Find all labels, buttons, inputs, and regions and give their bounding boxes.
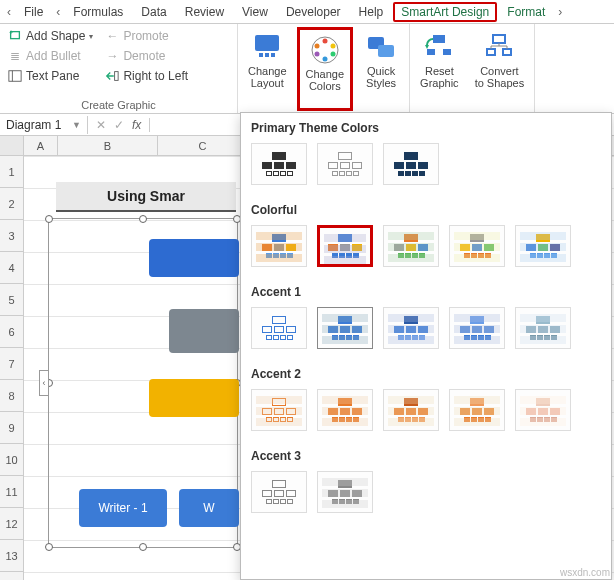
- row-header[interactable]: 13: [0, 540, 24, 572]
- color-option-colorful-1[interactable]: [251, 225, 307, 267]
- color-option-accent1-2[interactable]: [317, 307, 373, 349]
- resize-handle[interactable]: [139, 215, 147, 223]
- tab-file[interactable]: File: [16, 2, 51, 22]
- convert-to-shapes-icon: [483, 31, 515, 63]
- fx-icon[interactable]: fx: [132, 118, 141, 132]
- row-header[interactable]: 7: [0, 348, 24, 380]
- svg-rect-8: [271, 53, 275, 57]
- right-to-left-button[interactable]: Right to Left: [101, 67, 192, 85]
- chevron-down-icon[interactable]: ▼: [72, 120, 81, 130]
- section-colorful: Colorful: [241, 195, 611, 221]
- text-pane-expander[interactable]: ‹: [39, 370, 49, 396]
- color-option-accent1-1[interactable]: [251, 307, 307, 349]
- color-option-accent2-1[interactable]: [251, 389, 307, 431]
- row-header[interactable]: 12: [0, 508, 24, 540]
- color-option-accent1-3[interactable]: [383, 307, 439, 349]
- svg-rect-23: [487, 49, 495, 55]
- color-option-colorful-3[interactable]: [383, 225, 439, 267]
- resize-handle[interactable]: [139, 543, 147, 551]
- row-header[interactable]: 11: [0, 476, 24, 508]
- add-shape-button[interactable]: + Add Shape ▾: [4, 27, 97, 45]
- add-bullet-icon: ≣: [8, 49, 22, 63]
- col-header-a[interactable]: A: [24, 136, 58, 155]
- group-layouts: Change Layout Change Colors Quick Styles: [238, 24, 410, 113]
- demote-icon: →: [105, 49, 119, 63]
- row-header[interactable]: 6: [0, 316, 24, 348]
- svg-point-13: [322, 57, 327, 62]
- ribbon-tabs: ‹ File ‹ Formulas Data Review View Devel…: [0, 0, 614, 24]
- color-option-colorful-4[interactable]: [449, 225, 505, 267]
- smartart-node-writer2[interactable]: W: [179, 489, 239, 527]
- text-pane-label: Text Pane: [26, 69, 79, 83]
- tab-view[interactable]: View: [234, 2, 276, 22]
- color-option-primary-1[interactable]: [251, 143, 307, 185]
- tab-formulas[interactable]: Formulas: [65, 2, 131, 22]
- add-shape-label: Add Shape: [26, 29, 85, 43]
- row-header[interactable]: 8: [0, 380, 24, 412]
- svg-text:+: +: [9, 29, 13, 36]
- text-pane-button[interactable]: Text Pane: [4, 67, 97, 85]
- col-header-b[interactable]: B: [58, 136, 158, 155]
- smartart-node[interactable]: [169, 309, 239, 353]
- tabs-scroll-right[interactable]: ›: [555, 5, 565, 19]
- svg-rect-5: [255, 35, 279, 51]
- row-header[interactable]: 3: [0, 220, 24, 252]
- formula-buttons: ✕ ✓ fx: [88, 118, 150, 132]
- color-option-accent1-5[interactable]: [515, 307, 571, 349]
- cancel-icon: ✕: [96, 118, 106, 132]
- color-option-accent2-2[interactable]: [317, 389, 373, 431]
- reset-graphic-button[interactable]: Reset Graphic: [414, 27, 465, 111]
- color-option-accent2-3[interactable]: [383, 389, 439, 431]
- group-reset: Reset Graphic Convert to Shapes: [410, 24, 535, 113]
- change-layout-icon: [251, 31, 283, 63]
- color-option-primary-2[interactable]: [317, 143, 373, 185]
- tab-format[interactable]: Format: [499, 2, 553, 22]
- color-option-accent2-4[interactable]: [449, 389, 505, 431]
- color-option-colorful-2[interactable]: [317, 225, 373, 267]
- tab-smartart-design[interactable]: SmartArt Design: [393, 2, 497, 22]
- tab-help[interactable]: Help: [351, 2, 392, 22]
- color-option-accent2-5[interactable]: [515, 389, 571, 431]
- quick-styles-icon: [365, 31, 397, 63]
- row-header[interactable]: 5: [0, 284, 24, 316]
- demote-label: Demote: [123, 49, 165, 63]
- change-colors-button[interactable]: Change Colors: [297, 27, 354, 111]
- convert-to-shapes-button[interactable]: Convert to Shapes: [469, 27, 531, 111]
- svg-rect-2: [9, 71, 21, 82]
- color-option-accent3-1[interactable]: [251, 471, 307, 513]
- smartart-node[interactable]: [149, 239, 239, 277]
- tab-review[interactable]: Review: [177, 2, 232, 22]
- quick-styles-button[interactable]: Quick Styles: [357, 27, 405, 111]
- change-colors-label: Change Colors: [306, 68, 345, 92]
- tabs-scroll-left-2[interactable]: ‹: [53, 5, 63, 19]
- add-bullet-button: ≣ Add Bullet: [4, 47, 97, 65]
- promote-button: ← Promote: [101, 27, 192, 45]
- col-header-c[interactable]: C: [158, 136, 248, 155]
- row-header[interactable]: 4: [0, 252, 24, 284]
- tabs-scroll-left[interactable]: ‹: [4, 5, 14, 19]
- name-box-value: Diagram 1: [6, 118, 61, 132]
- select-all-corner[interactable]: [0, 136, 24, 155]
- right-to-left-icon: [105, 69, 119, 83]
- resize-handle[interactable]: [45, 215, 53, 223]
- resize-handle[interactable]: [45, 543, 53, 551]
- row-header[interactable]: 14: [0, 572, 24, 580]
- color-option-accent1-4[interactable]: [449, 307, 505, 349]
- smartart-object[interactable]: ‹ Writer - 1 W: [48, 218, 238, 548]
- row-header[interactable]: 10: [0, 444, 24, 476]
- change-layout-button[interactable]: Change Layout: [242, 27, 293, 111]
- tab-data[interactable]: Data: [133, 2, 174, 22]
- smartart-node-writer1[interactable]: Writer - 1: [79, 489, 167, 527]
- section-primary-theme: Primary Theme Colors: [241, 113, 611, 139]
- color-option-colorful-5[interactable]: [515, 225, 571, 267]
- smartart-node[interactable]: [149, 379, 239, 417]
- tab-developer[interactable]: Developer: [278, 2, 349, 22]
- svg-rect-6: [259, 53, 263, 57]
- color-option-accent3-2[interactable]: [317, 471, 373, 513]
- row-header[interactable]: 9: [0, 412, 24, 444]
- name-box[interactable]: Diagram 1 ▼: [0, 116, 88, 134]
- row-header[interactable]: 2: [0, 188, 24, 220]
- color-option-primary-3[interactable]: [383, 143, 439, 185]
- row-header[interactable]: 1: [0, 156, 24, 188]
- change-colors-dropdown: Primary Theme Colors Colorful: [240, 112, 612, 580]
